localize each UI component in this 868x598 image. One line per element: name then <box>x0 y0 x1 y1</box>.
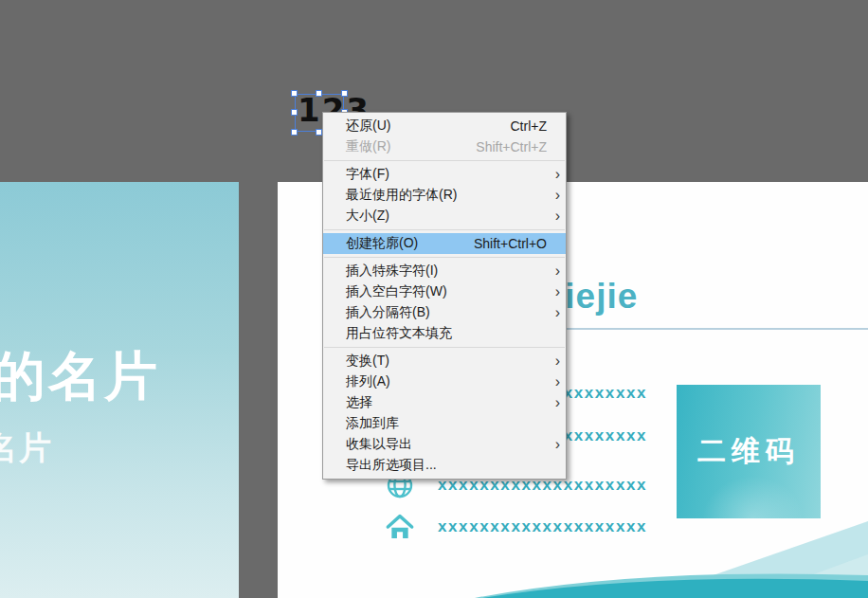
menu-separator <box>324 347 565 348</box>
card-bottom-wave-decoration <box>278 513 868 598</box>
selection-handle[interactable] <box>316 129 322 136</box>
left-card-title: 的名片 <box>0 341 160 413</box>
selection-handle[interactable] <box>341 90 348 97</box>
menu-item-arrange[interactable]: 排列(A) <box>323 371 566 392</box>
submenu-arrow-icon <box>547 374 560 390</box>
menu-shortcut: Ctrl+Z <box>511 118 548 134</box>
left-card-subtitle: 名片 <box>0 426 53 470</box>
submenu-arrow-icon <box>547 284 560 299</box>
selection-handle[interactable] <box>291 129 298 136</box>
submenu-arrow-icon <box>547 395 560 410</box>
qr-code-placeholder[interactable]: 二维码 <box>677 385 821 518</box>
submenu-arrow-icon <box>547 167 560 182</box>
menu-item-insert-break-character[interactable]: 插入分隔符(B) <box>323 302 566 323</box>
menu-shortcut: Shift+Ctrl+O <box>474 236 547 251</box>
menu-shortcut: Shift+Ctrl+Z <box>476 139 547 154</box>
menu-item-font[interactable]: 字体(F) <box>323 164 566 185</box>
menu-item-recent-fonts[interactable]: 最近使用的字体(R) <box>323 185 566 206</box>
card-name-text: jiejie <box>554 277 638 317</box>
menu-item-fill-with-placeholder-text[interactable]: 用占位符文本填充 <box>323 323 566 344</box>
submenu-arrow-icon <box>547 188 560 203</box>
left-business-card[interactable]: 的名片 名片 <box>0 182 239 598</box>
menu-separator <box>324 160 565 161</box>
submenu-arrow-icon <box>547 353 560 369</box>
submenu-arrow-icon <box>547 208 560 224</box>
submenu-arrow-icon <box>547 305 560 320</box>
selection-handle[interactable] <box>316 90 322 97</box>
menu-item-add-to-library[interactable]: 添加到库 <box>323 413 566 434</box>
menu-item-redo[interactable]: 重做(R) Shift+Ctrl+Z <box>323 136 566 157</box>
menu-separator <box>324 229 565 230</box>
menu-item-export-selection[interactable]: 导出所选项目... <box>323 455 566 476</box>
menu-item-insert-whitespace-character[interactable]: 插入空白字符(W) <box>323 281 566 302</box>
context-menu: 还原(U) Ctrl+Z 重做(R) Shift+Ctrl+Z 字体(F) 最近… <box>322 112 567 480</box>
menu-item-undo[interactable]: 还原(U) Ctrl+Z <box>323 116 566 136</box>
selection-handle[interactable] <box>291 109 298 116</box>
menu-item-insert-special-character[interactable]: 插入特殊字符(I) <box>323 261 566 281</box>
artboard-canvas: 的名片 名片 jiejie xxxxxxxxxxxxxxxxxxxx xxxxx… <box>0 0 868 598</box>
menu-item-transform[interactable]: 变换(T) <box>323 351 566 371</box>
menu-separator <box>324 257 565 258</box>
menu-item-collect-for-export[interactable]: 收集以导出 <box>323 434 566 455</box>
menu-item-select[interactable]: 选择 <box>323 392 566 413</box>
submenu-arrow-icon <box>547 263 560 279</box>
submenu-arrow-icon <box>547 437 560 452</box>
menu-item-size[interactable]: 大小(Z) <box>323 206 566 227</box>
menu-item-create-outlines[interactable]: 创建轮廓(O) Shift+Ctrl+O <box>323 233 566 254</box>
selection-handle[interactable] <box>291 90 298 97</box>
qr-code-label: 二维码 <box>697 432 800 471</box>
